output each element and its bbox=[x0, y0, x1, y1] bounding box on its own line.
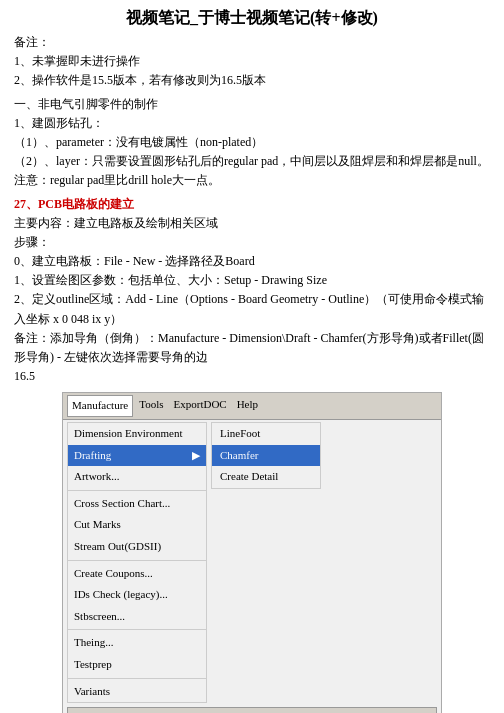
menu-item-label: Testprep bbox=[74, 656, 112, 674]
menu-item-idscheck[interactable]: IDs Check (legacy)... bbox=[68, 584, 206, 606]
section27-header: 27、PCB电路板的建立 bbox=[14, 195, 490, 214]
menu-item-label: Variants bbox=[74, 683, 110, 701]
menu-item-stb[interactable]: Stbscreen... bbox=[68, 606, 206, 628]
menu-item-label: Theing... bbox=[74, 634, 113, 652]
manual-soldering-text: 一、非电气引脚零件的制作 1、建圆形钻孔： （1）、parameter：没有电镀… bbox=[14, 95, 490, 191]
menu-item-cross[interactable]: Cross Section Chart... bbox=[68, 493, 206, 515]
menu-item-label: Drafting bbox=[74, 447, 111, 465]
menu-item-label: Cross Section Chart... bbox=[74, 495, 170, 513]
menu-item-theing[interactable]: Theing... bbox=[68, 632, 206, 654]
prep-text: 备注： 1、未掌握即未进行操作 2、操作软件是15.5版本，若有修改则为16.5… bbox=[14, 33, 490, 91]
menu-right-panel: LineFoot Chamfer Create Detail bbox=[211, 422, 321, 489]
menu-item-createdetail[interactable]: Create Detail bbox=[212, 466, 320, 488]
menu-item-label: Create Detail bbox=[220, 468, 278, 486]
toolbar-exportdoc[interactable]: ExportDOC bbox=[170, 395, 231, 417]
submenu-arrow: ▶ bbox=[192, 447, 200, 465]
menu-item-cutmarks[interactable]: Cut Marks bbox=[68, 514, 206, 536]
page-title: 视频笔记_于博士视频笔记(转+修改) bbox=[0, 0, 504, 33]
menu-toolbar: Manufacture Tools ExportDOC Help bbox=[63, 393, 441, 420]
menu-item-label: Cut Marks bbox=[74, 516, 121, 534]
menu-item-label: Stream Out(GDSII) bbox=[74, 538, 161, 556]
menu-item-label: Stbscreen... bbox=[74, 608, 125, 626]
menu-separator-1 bbox=[68, 490, 206, 491]
toolbar-help[interactable]: Help bbox=[233, 395, 262, 417]
menu-screenshot: Manufacture Tools ExportDOC Help Dimensi… bbox=[62, 392, 442, 713]
menu-item-label: IDs Check (legacy)... bbox=[74, 586, 168, 604]
menu-item-linefoot[interactable]: LineFoot bbox=[212, 423, 320, 445]
menu-left-panel: Dimension Environment Drafting ▶ Artwork… bbox=[67, 422, 207, 703]
section27-content: 主要内容：建立电路板及绘制相关区域 步骤： 0、建立电路板：File - New… bbox=[14, 214, 490, 387]
menu-item-chamfer[interactable]: Chamfer bbox=[212, 445, 320, 467]
menu-item-testprep[interactable]: Testprep bbox=[68, 654, 206, 676]
menu-separator-2 bbox=[68, 560, 206, 561]
menu-item-label: Chamfer bbox=[220, 447, 258, 465]
menu-item-label: LineFoot bbox=[220, 425, 260, 443]
menu-separator-4 bbox=[68, 678, 206, 679]
menu-item-label: Dimension Environment bbox=[74, 425, 182, 443]
menu-item-artwork[interactable]: Artwork... bbox=[68, 466, 206, 488]
menu-separator-3 bbox=[68, 629, 206, 630]
menu-item-label: Artwork... bbox=[74, 468, 120, 486]
menu-item-label: Create Coupons... bbox=[74, 565, 153, 583]
menu-item-coupons[interactable]: Create Coupons... bbox=[68, 563, 206, 585]
menu-item-variants[interactable]: Variants bbox=[68, 681, 206, 703]
toolbar-manufacture[interactable]: Manufacture bbox=[67, 395, 133, 417]
options-bar: Options bbox=[67, 707, 437, 713]
toolbar-tools[interactable]: Tools bbox=[135, 395, 167, 417]
menu-item-stream[interactable]: Stream Out(GDSII) bbox=[68, 536, 206, 558]
menu-body: Dimension Environment Drafting ▶ Artwork… bbox=[63, 420, 441, 705]
menu-item-dimension[interactable]: Dimension Environment bbox=[68, 423, 206, 445]
menu-item-drafting[interactable]: Drafting ▶ bbox=[68, 445, 206, 467]
